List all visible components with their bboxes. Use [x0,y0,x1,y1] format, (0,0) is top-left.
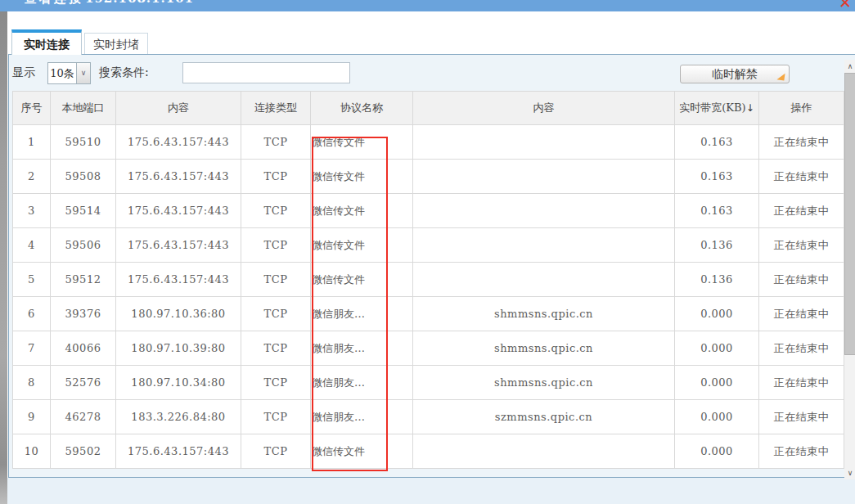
cell-index: 10 [13,434,51,469]
cell-protocol-name: 微信朋友… [311,400,413,434]
cell-action: 正在结束中 [759,366,844,400]
close-icon[interactable]: ✕ [839,0,852,11]
col-header-bandwidth[interactable]: 实时带宽(KB)↓ [675,92,759,125]
cell-protocol-name: 微信传文件 [311,228,413,263]
cell-bandwidth: 0.000 [675,400,759,434]
cell-protocol-name: 微信传文件 [311,194,413,228]
search-input[interactable] [182,62,350,83]
cell-action: 正在结束中 [759,194,844,228]
cell-connection-type: TCP [241,263,311,297]
cell-action: 正在结束中 [759,434,844,469]
sort-descending-icon: ↓ [746,102,754,114]
cell-index: 1 [13,125,51,160]
cell-action: 正在结束中 [759,331,844,366]
cell-protocol-name: 微信传文件 [311,434,413,469]
connection-table-body: 159510175.6.43.157:443TCP微信传文件0.163正在结束中… [13,125,844,469]
cell-protocol-name: 微信朋友… [311,297,413,331]
cell-index: 4 [13,228,51,263]
temporary-unban-button[interactable]: 临时解禁 [680,65,790,83]
connections-table: 序号 本地端口 内容 连接类型 协议名称 内容 实时带宽(KB)↓ 操作 159… [12,91,844,469]
cell-connection-type: TCP [241,434,311,469]
table-row: 459506175.6.43.157:443TCP微信传文件0.136正在结束中 [13,228,844,263]
tab-realtime-blocking[interactable]: 实时封堵 [84,33,148,54]
cell-protocol-name: 微信传文件 [311,125,413,160]
page-size-value: 10条 [48,63,76,83]
cell-action: 正在结束中 [759,297,844,331]
col-header-content[interactable]: 内容 [116,92,241,125]
cell-action: 正在结束中 [759,160,844,194]
cell-content-domain [413,263,675,297]
cell-content-domain [413,160,675,194]
cell-local-port: 59506 [51,228,116,263]
cell-content-domain [413,194,675,228]
dialog-title-ip: 192.168.1.101 [85,0,194,6]
cell-bandwidth: 0.000 [675,366,759,400]
tab-realtime-connections[interactable]: 实时连接 [11,29,82,55]
cell-content: 180.97.10.39:80 [116,331,241,366]
cell-content: 175.6.43.157:443 [116,125,241,160]
cell-action: 正在结束中 [759,263,844,297]
cell-connection-type: TCP [241,125,311,160]
cell-local-port: 59502 [51,434,116,469]
cell-protocol-name: 微信传文件 [311,263,413,297]
col-header-connection-type[interactable]: 连接类型 [241,92,311,125]
pen-icon [776,72,785,80]
cell-local-port: 59512 [51,263,116,297]
cell-index: 5 [13,263,51,297]
table-row: 359514175.6.43.157:443TCP微信传文件0.163正在结束中 [13,194,844,228]
col-header-content2[interactable]: 内容 [413,92,675,125]
cell-content-domain: shmmsns.qpic.cn [413,331,675,366]
display-label: 显示 [12,65,35,80]
cell-bandwidth: 0.000 [675,331,759,366]
tab-bar: 实时连接 实时封堵 [11,29,148,55]
table-row: 740066180.97.10.39:80TCP微信朋友…shmmsns.qpi… [13,331,844,366]
scroll-down-icon[interactable]: ∨ [844,466,855,479]
cell-content: 183.3.226.84:80 [116,400,241,434]
search-condition-label: 搜索条件: [99,65,149,80]
dialog-titlebar: 查看连接 192.168.1.101 ✕ [0,0,855,11]
cell-connection-type: TCP [241,160,311,194]
cell-bandwidth: 0.000 [675,434,759,469]
cell-connection-type: TCP [241,297,311,331]
temporary-unban-label: 临时解禁 [712,67,758,80]
cell-content: 180.97.10.36:80 [116,297,241,331]
table-row: 639376180.97.10.36:80TCP微信朋友…shmmsns.qpi… [13,297,844,331]
cell-action: 正在结束中 [759,125,844,160]
col-header-protocol-name[interactable]: 协议名称 [311,92,413,125]
table-row: 852576180.97.10.34:80TCP微信朋友…shmmsns.qpi… [13,366,844,400]
cell-bandwidth: 0.163 [675,194,759,228]
scroll-up-icon[interactable]: ∧ [844,60,855,73]
cell-local-port: 46278 [51,400,116,434]
table-header-row: 序号 本地端口 内容 连接类型 协议名称 内容 实时带宽(KB)↓ 操作 [13,92,844,125]
connections-panel: 显示 10条 ∨ 搜索条件: 临时解禁 序号 本地端口 内容 连接类型 协议名称… [8,54,855,478]
cell-index: 3 [13,194,51,228]
cell-connection-type: TCP [241,228,311,263]
cell-local-port: 59508 [51,160,116,194]
scrollbar-thumb[interactable] [844,73,855,355]
col-header-local-port[interactable]: 本地端口 [51,92,116,125]
cell-protocol-name: 微信传文件 [311,160,413,194]
col-header-bandwidth-label: 实时带宽(KB) [679,101,745,114]
cell-local-port: 59514 [51,194,116,228]
table-row: 559512175.6.43.157:443TCP微信传文件0.136正在结束中 [13,263,844,297]
cell-content-domain: shmmsns.qpic.cn [413,297,675,331]
cell-content-domain: shmmsns.qpic.cn [413,366,675,400]
cell-local-port: 40066 [51,331,116,366]
cell-content: 175.6.43.157:443 [116,434,241,469]
cell-content: 175.6.43.157:443 [116,228,241,263]
vertical-scrollbar[interactable]: ∧ ∨ [844,60,855,479]
col-header-action[interactable]: 操作 [759,92,844,125]
dialog-title: 查看连接 [25,0,83,7]
panel-footer-area [7,478,855,504]
page-size-select[interactable]: 10条 ∨ [47,62,91,84]
cell-index: 9 [13,400,51,434]
col-header-index[interactable]: 序号 [13,92,51,125]
cell-local-port: 59510 [51,125,116,160]
cell-action: 正在结束中 [759,400,844,434]
cell-local-port: 52576 [51,366,116,400]
cell-bandwidth: 0.000 [675,297,759,331]
chevron-down-icon: ∨ [76,63,90,83]
cell-index: 7 [13,331,51,366]
cell-index: 2 [13,160,51,194]
cell-bandwidth: 0.136 [675,263,759,297]
